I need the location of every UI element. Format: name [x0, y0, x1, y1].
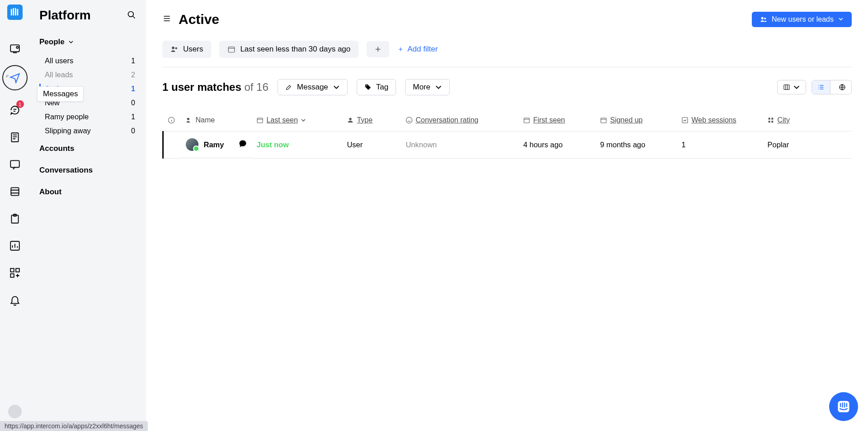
- col-lastseen[interactable]: Last seen: [266, 116, 297, 124]
- nav-messages-icon[interactable]: [2, 65, 28, 90]
- filter-add-chip[interactable]: [367, 41, 389, 57]
- match-count: 1 user matches of 16: [162, 81, 269, 94]
- chevron-down-icon: [68, 39, 74, 45]
- nav-book-icon[interactable]: [4, 181, 26, 202]
- svg-point-28: [406, 117, 412, 123]
- chevron-down-icon: [301, 117, 306, 123]
- row-lastseen: Just now: [252, 131, 342, 159]
- chat-launcher[interactable]: [829, 392, 858, 421]
- message-button[interactable]: Message: [278, 79, 348, 95]
- col-convrating[interactable]: Conversation rating: [415, 116, 478, 124]
- nav-profile-avatar[interactable]: [8, 405, 22, 418]
- people-section-toggle[interactable]: People: [29, 37, 146, 47]
- info-icon[interactable]: [168, 117, 175, 124]
- app-logo[interactable]: [7, 5, 23, 20]
- svg-rect-12: [10, 268, 14, 272]
- nav-apps-icon[interactable]: [4, 262, 26, 284]
- tag-icon: [364, 84, 372, 91]
- col-websessions[interactable]: Web sessions: [691, 116, 736, 124]
- columns-toggle[interactable]: [777, 80, 806, 94]
- sidebar-section-about[interactable]: About: [29, 181, 146, 203]
- sidebar-item-count: 0: [131, 127, 135, 135]
- row-websessions: 1: [677, 131, 763, 159]
- main-content: Active New users or leads Users Last see…: [146, 0, 868, 431]
- list-view-button[interactable]: [812, 80, 830, 94]
- match-count-of: of 16: [244, 81, 268, 93]
- col-name[interactable]: Name: [196, 116, 215, 124]
- tag-button[interactable]: Tag: [357, 79, 396, 95]
- sidebar-item-all-users[interactable]: All users 1: [29, 54, 146, 68]
- svg-rect-31: [682, 117, 688, 123]
- sidebar-section-conversations[interactable]: Conversations: [29, 159, 146, 181]
- more-button[interactable]: More: [405, 79, 450, 95]
- nav-platform-icon[interactable]: [4, 38, 26, 60]
- filter-chip-users[interactable]: Users: [162, 41, 211, 58]
- add-filter-button[interactable]: Add filter: [397, 45, 438, 54]
- user-icon: [347, 117, 354, 124]
- toggle-sidebar-icon[interactable]: [162, 14, 171, 25]
- svg-rect-32: [769, 118, 770, 120]
- svg-rect-14: [10, 274, 14, 277]
- row-convrating: Unknown: [401, 131, 519, 159]
- col-firstseen[interactable]: First seen: [533, 116, 565, 124]
- col-signedup[interactable]: Signed up: [610, 116, 642, 124]
- nav-chat-icon[interactable]: [4, 154, 26, 175]
- sidebar-item-label: Ramy people: [45, 112, 89, 121]
- new-users-button[interactable]: New users or leads: [752, 12, 852, 27]
- divider: [162, 67, 852, 67]
- sidebar-item-count: 0: [131, 99, 135, 107]
- sidebar-item-label: All leads: [45, 70, 73, 79]
- table-row[interactable]: Ramy Just now User Unknown 4 hours ago 9…: [163, 131, 852, 159]
- sidebar-item-all-leads[interactable]: All leads 2: [29, 68, 146, 82]
- chevron-down-icon: [793, 84, 800, 91]
- calendar-icon: [227, 45, 236, 53]
- svg-point-19: [175, 47, 178, 50]
- svg-rect-22: [784, 85, 789, 90]
- sidebar-item-count: 1: [131, 85, 135, 93]
- nav-notifications-icon[interactable]: [4, 289, 26, 311]
- col-city[interactable]: City: [777, 116, 790, 124]
- svg-rect-0: [10, 9, 12, 16]
- sidebar-item-label: All users: [45, 56, 73, 65]
- svg-rect-35: [772, 121, 774, 122]
- chevron-down-icon: [333, 84, 340, 91]
- nav-clipboard-icon[interactable]: [4, 208, 26, 230]
- svg-point-15: [128, 12, 134, 17]
- row-signedup: 9 months ago: [595, 131, 677, 159]
- calendar-icon: [600, 117, 607, 124]
- match-count-text: 1 user matches: [162, 81, 241, 93]
- sidebar-item-ramy-people[interactable]: Ramy people 1: [29, 110, 146, 124]
- nav-reports-icon[interactable]: [4, 235, 26, 257]
- intercom-icon: [836, 399, 851, 414]
- svg-point-25: [187, 118, 189, 120]
- map-view-button[interactable]: [833, 80, 851, 94]
- more-button-label: More: [413, 83, 430, 92]
- nav-articles-icon[interactable]: [4, 126, 26, 148]
- sidebar-section-accounts[interactable]: Accounts: [29, 138, 146, 159]
- grid-icon: [767, 117, 774, 124]
- col-type[interactable]: Type: [357, 116, 373, 124]
- svg-rect-29: [524, 118, 529, 123]
- chart-icon: [681, 117, 689, 124]
- search-icon[interactable]: [127, 8, 136, 23]
- people-section-label: People: [39, 37, 65, 47]
- svg-point-27: [349, 118, 352, 120]
- filter-chip-lastseen[interactable]: Last seen less than 30 days ago: [219, 41, 359, 58]
- globe-icon: [839, 84, 846, 91]
- inbox-badge: 1: [16, 100, 24, 108]
- list-icon: [817, 84, 825, 91]
- users-icon: [760, 16, 767, 23]
- row-firstseen: 4 hours ago: [519, 131, 595, 159]
- plus-icon: [374, 45, 382, 53]
- svg-rect-8: [11, 187, 19, 195]
- sidebar-item-slipping-away[interactable]: Slipping away 0: [29, 124, 146, 138]
- row-name: Ramy: [204, 141, 224, 149]
- sidebar-title: Platform: [39, 8, 91, 23]
- chat-bubble-icon[interactable]: [238, 139, 247, 150]
- nav-inbox-icon[interactable]: 1: [4, 99, 26, 121]
- filter-chip-label: Last seen less than 30 days ago: [240, 45, 350, 54]
- svg-rect-20: [229, 47, 235, 52]
- svg-rect-3: [17, 9, 18, 16]
- users-table: Name Last seen Type Conversation rating: [162, 111, 852, 159]
- svg-rect-30: [601, 118, 606, 123]
